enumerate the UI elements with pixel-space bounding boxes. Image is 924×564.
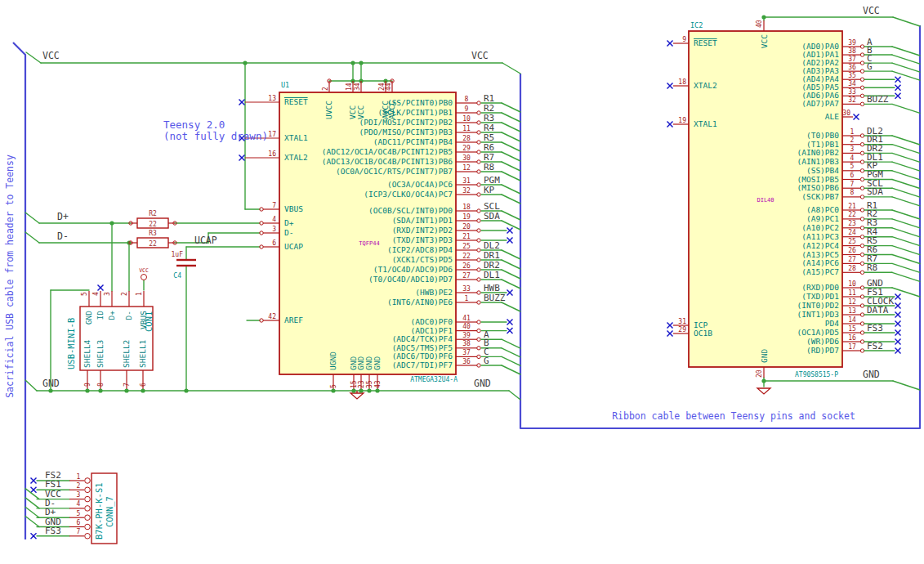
no-connect-icon xyxy=(895,312,901,318)
net-label-gnd-ic2: GND xyxy=(863,369,880,380)
connector-row: 7 FS3 xyxy=(31,526,91,539)
pin-number: 2 xyxy=(850,137,855,144)
no-connect-icon xyxy=(895,321,901,327)
no-connect-icon xyxy=(895,339,901,345)
net-label-ucap: UCAP xyxy=(194,235,217,246)
pin-number: 23 xyxy=(358,380,365,388)
no-connect-icon xyxy=(854,114,859,120)
pin-name: (INT0)PD2 xyxy=(797,301,839,310)
pin-number: 29 xyxy=(462,145,471,152)
no-connect-icon xyxy=(895,303,901,309)
pin-number: 3 xyxy=(850,145,855,153)
pin-number: 10 xyxy=(462,115,471,123)
pin-name: (T1/OC4D/ADC9)PD6 xyxy=(373,265,453,274)
resistor-value: 22 xyxy=(149,240,157,248)
pin-name: (INT1)PD3 xyxy=(797,310,839,319)
no-connect-icon xyxy=(667,41,673,47)
no-connect-icon xyxy=(895,85,901,91)
no-connect-icon xyxy=(667,122,673,128)
pin-number: 4 xyxy=(92,292,100,296)
resistor-r3: R3 22 xyxy=(129,230,176,248)
no-connect-icon xyxy=(895,294,901,300)
pin-name: SHELL2 xyxy=(122,340,131,368)
pin-number: 1 xyxy=(850,128,855,136)
pin-number: 42 xyxy=(268,313,276,320)
left-ic-partname: ATMEGA32U4-A xyxy=(410,376,458,383)
pin-name: (ADC7/TDI)PF7 xyxy=(392,360,453,369)
pin-number: 39 xyxy=(848,39,856,47)
right-ic-value: DIL40 xyxy=(757,197,774,204)
conn7-reference: CONN_7 xyxy=(105,496,115,527)
net-label-vcc-ic2: VCC xyxy=(863,5,880,16)
pin-name: (MISO)PB6 xyxy=(797,183,840,192)
no-connect-icon xyxy=(507,290,513,296)
pin-name: (OC1A)PD5 xyxy=(797,328,839,337)
pin-name: GND xyxy=(373,356,382,370)
conn7-connector: B7K-PH-K-S1 CONN_7 1 FS2 2 FS1 xyxy=(25,470,117,544)
pin-name: (SCLK/PCINT1)PB1 xyxy=(377,108,453,117)
pin-number: 6 xyxy=(272,239,276,247)
no-connect-icon xyxy=(895,330,901,336)
ground-icon xyxy=(350,393,364,399)
conn7-value: B7K-PH-K-S1 xyxy=(94,482,104,539)
note-sacrificial-cable: Sacrificial USB cable from header to Tee… xyxy=(4,154,16,398)
pin-name: RESET xyxy=(284,97,308,106)
right-ic-pb-pins: (T0)PB0 1 DL2 (T1)PB1 2 DR1 (AIN0)PB2 3 xyxy=(797,126,920,206)
connector-pin: 8 SHELL3 xyxy=(96,340,105,393)
pin-name: VCC xyxy=(760,34,769,48)
pin-name: (PDI/MOSI/PCINT2)PB2 xyxy=(359,118,453,127)
pin-number: 9 xyxy=(84,383,92,387)
capacitor-reference: C4 xyxy=(173,272,181,280)
pin-name: SHELL3 xyxy=(96,340,105,368)
pin-name: (T0)PB0 xyxy=(806,131,839,140)
schematic-page: U1 TQFP44 ATMEGA32U4-A 13 RESET 17 XTAL1 xyxy=(0,0,924,564)
pin-name: (PDO/MISO/PCINT3)PB3 xyxy=(359,128,453,137)
pin-number: 5 xyxy=(77,510,81,517)
net-label: FS2 xyxy=(867,341,883,351)
pin-number: 7 xyxy=(123,383,131,387)
pin-number: 31 xyxy=(678,318,686,325)
pin-number: 11 xyxy=(848,289,856,297)
resistor-reference: R3 xyxy=(149,230,157,237)
pin-name: XTAL2 xyxy=(284,153,308,162)
pin-number: 15 xyxy=(848,325,856,333)
pin-name: XTAL1 xyxy=(694,119,717,128)
pin-name: (HWB)PE2 xyxy=(415,288,453,297)
pin-name: VBUS xyxy=(284,204,303,213)
pin-name: GND xyxy=(84,311,93,325)
right-ic-reference: IC2 xyxy=(690,21,703,29)
usb-connector: USB-MINI-B CON1 5 GND 4 ID 3 D+ xyxy=(66,267,154,393)
vcc-power-symbol: VCC xyxy=(139,267,149,280)
pin-number: 7 xyxy=(77,528,81,535)
no-connect-icon xyxy=(239,155,245,161)
power-label: VCC xyxy=(139,267,149,274)
pin-number: 6 xyxy=(140,383,147,387)
pin-number: 16 xyxy=(268,150,276,158)
pin-name: (ADC0)PF0 xyxy=(411,317,453,326)
no-connect-icon xyxy=(507,320,513,325)
net-label: BUZZ xyxy=(484,293,506,303)
pin-number: 39 xyxy=(462,332,471,339)
net-label-gnd-left: GND xyxy=(42,378,60,389)
no-connect-icon xyxy=(895,77,901,83)
pin-name: ID xyxy=(96,311,105,320)
pin-number: 1 xyxy=(136,292,143,296)
pin-number: 16 xyxy=(848,334,856,342)
pin-number: 34 xyxy=(354,83,361,91)
pin-number: 5 xyxy=(330,384,337,388)
pin-name: (ADC12/OC1A/OC4B/PCINT12)PB5 xyxy=(322,147,453,156)
pin-number: 3 xyxy=(104,292,111,296)
note-teensy-line2: (not fully drawn) xyxy=(163,130,268,142)
pin-name: PD4 xyxy=(825,319,839,328)
pin-number: 43 xyxy=(374,380,382,388)
pin-number: 19 xyxy=(462,213,471,221)
pin-number: 11 xyxy=(462,125,471,132)
pin-name: AREF xyxy=(284,316,303,325)
pin-name: ALE xyxy=(825,112,839,121)
no-connect-icon xyxy=(31,487,37,493)
right-ic-pd-pins: (RXD)PD0 10 GND (TXD)PD1 11 FS1 (INT0)PD… xyxy=(797,278,920,356)
pin-number: 3 xyxy=(77,491,81,499)
pin-number: 5 xyxy=(850,163,855,170)
pin-number: 30 xyxy=(462,154,471,162)
right-ic-pc-pins: (A8)PC0 21 R1 (A9)PC1 22 R2 (A10)PC2 23 xyxy=(801,200,920,282)
